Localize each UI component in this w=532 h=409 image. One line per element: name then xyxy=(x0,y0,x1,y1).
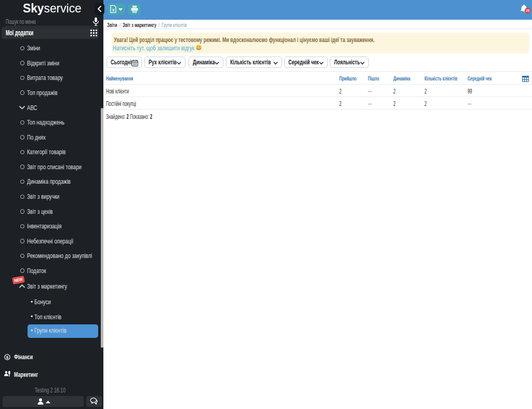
svg-text:$: $ xyxy=(6,355,9,360)
svg-text:x: x xyxy=(112,7,114,12)
